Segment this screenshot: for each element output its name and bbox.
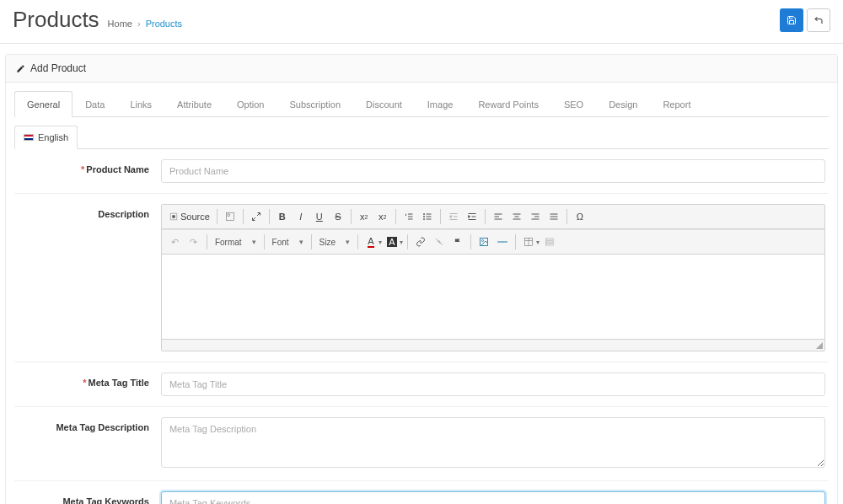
page-title: Products — [13, 7, 99, 33]
editor-align-center-button[interactable] — [508, 208, 525, 225]
tab-option[interactable]: Option — [224, 91, 277, 117]
templates-icon — [225, 212, 235, 222]
editor-templates-button[interactable] — [222, 208, 239, 225]
editor-redo-button[interactable]: ↷ — [185, 233, 202, 250]
editor-resize-handle[interactable] — [816, 342, 823, 349]
breadcrumb: Home › Products — [108, 19, 182, 29]
back-arrow-icon — [813, 15, 824, 25]
meta-description-textarea[interactable] — [161, 417, 825, 468]
editor-text-color-button[interactable]: A — [362, 233, 379, 250]
editor-link-button[interactable] — [412, 233, 429, 250]
link-icon — [416, 237, 426, 247]
editor-bg-color-button[interactable]: A — [384, 233, 400, 250]
editor-align-left-button[interactable] — [490, 208, 507, 225]
label-description: Description — [14, 204, 161, 351]
flag-icon — [454, 238, 463, 247]
tab-design[interactable]: Design — [596, 91, 650, 117]
tab-image[interactable]: Image — [415, 91, 466, 117]
panel-heading-text: Add Product — [30, 62, 86, 74]
tab-subscription[interactable]: Subscription — [277, 91, 353, 117]
svg-point-33 — [482, 240, 484, 242]
save-button[interactable] — [780, 8, 803, 32]
editor-show-blocks-button[interactable] — [541, 233, 558, 250]
editor-numbered-list-button[interactable] — [400, 208, 417, 225]
align-left-icon — [493, 212, 503, 222]
editor-strike-button[interactable]: S — [330, 208, 346, 225]
editor-superscript-button[interactable]: x2 — [374, 208, 391, 225]
language-tabs: English — [14, 126, 829, 149]
label-product-name: *Product Name — [14, 159, 161, 183]
editor-italic-button[interactable]: I — [293, 208, 309, 225]
editor-unlink-button[interactable] — [431, 233, 448, 250]
breadcrumb-home[interactable]: Home — [108, 19, 132, 29]
align-right-icon — [530, 212, 540, 222]
ol-icon — [404, 212, 414, 222]
editor-outdent-button[interactable] — [445, 208, 462, 225]
tab-seo[interactable]: SEO — [551, 91, 596, 117]
editor-hr-button[interactable] — [494, 233, 511, 250]
svg-line-3 — [252, 217, 255, 221]
svg-line-2 — [257, 213, 260, 217]
editor-maximize-button[interactable] — [248, 208, 265, 225]
editor-font-combo[interactable]: Font — [269, 233, 307, 250]
product-name-input[interactable] — [161, 159, 825, 183]
lang-tab-english[interactable]: English — [14, 126, 78, 149]
tab-attribute[interactable]: Attribute — [164, 91, 224, 117]
editor-bulleted-list-button[interactable] — [419, 208, 436, 225]
editor-underline-button[interactable]: U — [311, 208, 328, 225]
editor-bold-button[interactable]: B — [274, 208, 291, 225]
pencil-icon — [16, 64, 25, 73]
panel-heading: Add Product — [6, 55, 837, 83]
meta-keywords-textarea[interactable] — [161, 491, 825, 504]
tab-data[interactable]: Data — [72, 91, 117, 117]
editor-indent-button[interactable] — [464, 208, 481, 225]
breadcrumb-separator: › — [137, 19, 141, 29]
editor-statusbar — [162, 339, 824, 351]
editor-undo-button[interactable]: ↶ — [167, 233, 184, 250]
tab-report[interactable]: Report — [650, 91, 703, 117]
editor-special-char-button[interactable]: Ω — [572, 208, 588, 225]
align-center-icon — [512, 212, 522, 222]
editor-source-button[interactable]: Source — [167, 208, 212, 225]
tab-discount[interactable]: Discount — [353, 91, 415, 117]
save-icon — [787, 15, 797, 25]
svg-rect-40 — [546, 244, 554, 245]
indent-icon — [467, 212, 477, 222]
description-editor-content[interactable] — [162, 255, 824, 339]
label-meta-keywords: Meta Tag Keywords — [14, 491, 161, 504]
editor-anchor-button[interactable] — [449, 233, 466, 250]
svg-rect-1 — [228, 214, 230, 217]
editor-align-right-button[interactable] — [527, 208, 544, 225]
label-meta-title: *Meta Tag Title — [14, 373, 161, 396]
editor-table-button[interactable] — [520, 233, 537, 250]
blocks-icon — [545, 237, 555, 247]
svg-rect-39 — [546, 241, 554, 243]
editor-align-justify-button[interactable] — [545, 208, 562, 225]
editor-size-combo[interactable]: Size — [316, 233, 353, 250]
tab-general[interactable]: General — [14, 91, 72, 117]
label-meta-description: Meta Tag Description — [14, 417, 161, 470]
flag-en-icon — [24, 134, 34, 141]
outdent-icon — [448, 212, 459, 222]
hr-icon — [497, 238, 508, 246]
lang-label: English — [38, 132, 68, 142]
back-button[interactable] — [807, 8, 830, 32]
tab-reward[interactable]: Reward Points — [465, 91, 551, 117]
breadcrumb-current[interactable]: Products — [146, 19, 182, 29]
tab-links[interactable]: Links — [117, 91, 164, 117]
svg-point-10 — [423, 214, 424, 215]
main-tabs: General Data Links Attribute Option Subs… — [14, 91, 829, 117]
editor-format-combo[interactable]: Format — [212, 233, 260, 250]
ul-icon — [422, 212, 432, 222]
svg-rect-38 — [546, 239, 554, 240]
svg-point-11 — [423, 217, 424, 217]
editor-image-button[interactable] — [475, 233, 492, 250]
meta-title-input[interactable] — [161, 373, 825, 396]
align-justify-icon — [549, 212, 559, 222]
maximize-icon — [251, 212, 261, 222]
panel: Add Product General Data Links Attribute… — [5, 54, 838, 504]
svg-point-12 — [423, 219, 424, 220]
table-icon — [524, 237, 534, 247]
editor-subscript-button[interactable]: x2 — [356, 208, 373, 225]
unlink-icon — [434, 237, 444, 247]
